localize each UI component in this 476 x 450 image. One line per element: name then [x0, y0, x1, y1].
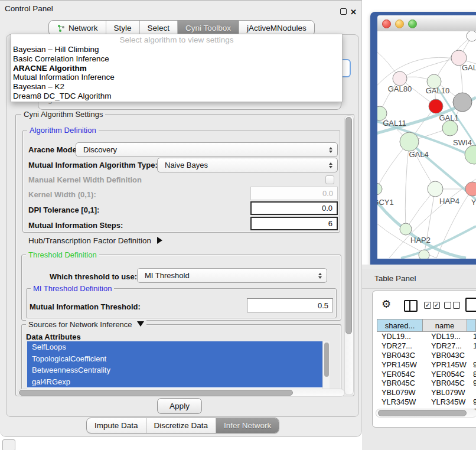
column-header-shared[interactable]: shared... [377, 319, 423, 332]
sources-toggle[interactable]: Sources for Network Inference [26, 320, 146, 329]
deselect-all-icon[interactable] [453, 302, 460, 309]
apply-button[interactable]: Apply [157, 398, 202, 414]
cell-shared[interactable]: YER054C [377, 370, 426, 379]
cell-shared[interactable]: YPR145W [377, 360, 426, 369]
mi-steps-input[interactable]: 6 [250, 217, 338, 230]
cell-name[interactable]: YBL079W [426, 388, 470, 397]
cell-name[interactable]: YBR043C [426, 351, 470, 360]
split-columns-icon[interactable] [404, 300, 418, 312]
table-header-row: shared... name [377, 319, 476, 332]
list-item[interactable]: BetweennessCentrality [27, 364, 330, 376]
select-all-icon[interactable]: ✓ [433, 302, 440, 309]
aracne-mode-select[interactable]: Discovery [76, 142, 338, 157]
node-label: HAP4 [439, 197, 459, 206]
tab-discretize-data[interactable]: Discretize Data [146, 418, 216, 433]
algorithm-option[interactable]: Bayesian – Hill Climbing [11, 45, 342, 54]
network-node-gray[interactable] [453, 93, 472, 112]
close-panel-icon[interactable]: ✕ [350, 4, 357, 21]
network-node-swi4[interactable] [465, 145, 476, 164]
node-label: GAL10 [426, 86, 449, 95]
close-window-icon[interactable] [382, 19, 391, 28]
cell-name[interactable]: YDL19... [426, 332, 470, 341]
mi-algorithm-type-label: Mutual Information Algorithm Type: [28, 161, 158, 169]
table-row[interactable]: YBL079WYBL079W [377, 388, 476, 397]
spinner-arrows-icon [329, 162, 332, 168]
minimize-window-icon[interactable] [395, 19, 404, 28]
table-row[interactable]: YLR345WYLR345W9. [377, 397, 476, 407]
tab-impute-data[interactable]: Impute Data [87, 418, 146, 433]
settings-vscroll-thumb[interactable] [345, 117, 352, 334]
cell-shared[interactable]: YBL079W [377, 388, 426, 397]
export-table-icon[interactable] [465, 298, 476, 312]
algorithm-option-selected[interactable]: ARACNE Algorithm [11, 64, 342, 73]
network-node[interactable] [467, 31, 476, 41]
table-row[interactable]: YPR145WYPR145W9. [377, 360, 476, 369]
network-node-selected[interactable] [429, 99, 443, 113]
cell-name[interactable]: YPR145W [426, 360, 470, 369]
node-label: GAL4 [409, 150, 428, 159]
collapse-panel-button[interactable] [2, 439, 15, 450]
mi-threshold-input[interactable]: 0.5 [247, 298, 333, 312]
network-node-gal1[interactable] [442, 120, 458, 136]
cell-value[interactable]: 9. [470, 397, 476, 406]
float-panel-icon[interactable] [340, 8, 347, 15]
table-row[interactable]: YDL19...YDL19...13 [377, 332, 476, 341]
cell-shared[interactable]: YLR345W [377, 397, 426, 406]
aracne-mode-label: Aracne Mode: [28, 145, 79, 154]
network-canvas[interactable]: GAL GAL80 GAL10 GAL1 GAL11 SWI4 GAL4 GCY… [377, 31, 476, 259]
column-header[interactable] [467, 319, 476, 332]
network-node[interactable] [419, 250, 429, 259]
cell-shared[interactable]: YBR043C [377, 351, 426, 360]
cell-name[interactable]: YBR045C [426, 379, 470, 387]
cell-value[interactable]: 9. [470, 360, 476, 369]
expand-right-icon [157, 237, 162, 244]
mi-algorithm-type-select[interactable]: Naive Bayes [157, 158, 338, 172]
list-item[interactable]: SelfLoops [27, 341, 330, 353]
network-node-gal80[interactable] [393, 71, 407, 86]
table-hscroll-thumb[interactable] [378, 410, 467, 416]
node-label: Y [471, 198, 476, 207]
cell-shared[interactable]: YDR27... [377, 341, 426, 350]
table-row[interactable]: YBR045CYBR045C9. [377, 379, 476, 388]
deselect-all-icon[interactable] [444, 302, 451, 309]
scrollbar-thumb[interactable] [324, 343, 329, 377]
table-panel-title: Table Panel [374, 269, 416, 288]
algorithm-option[interactable]: Mutual Information Inference [11, 73, 342, 82]
algorithm-option[interactable]: Dream8 DC_TDC Algorithm [11, 92, 342, 101]
which-threshold-select[interactable]: MI Threshold [137, 268, 327, 283]
network-node-gcy1[interactable] [377, 183, 382, 195]
cell-shared[interactable]: YBR045C [377, 379, 426, 387]
network-node-gal4[interactable] [400, 132, 419, 151]
cell-name[interactable]: YLR345W [426, 397, 470, 406]
column-header-name[interactable]: name [423, 319, 467, 332]
list-item[interactable]: gal4RGexp [27, 376, 330, 388]
cell-value[interactable]: 12 [470, 341, 476, 350]
table-row[interactable]: YER054CYER054C8. [377, 369, 476, 379]
cell-value[interactable]: 8. [470, 370, 476, 379]
cell-name[interactable]: YER054C [426, 370, 470, 379]
cell-value[interactable]: 9. [470, 379, 476, 387]
algorithm-option[interactable]: Bayesian – K2 [11, 82, 342, 92]
manual-kernel-width-checkbox[interactable] [325, 175, 334, 184]
algorithm-option[interactable]: Basic Correlation Inference [11, 54, 342, 64]
network-node-salmon[interactable] [465, 182, 476, 196]
cell-name[interactable]: YDR27... [426, 341, 470, 350]
network-node-hap4[interactable] [428, 181, 443, 197]
tab-infer-network[interactable]: Infer Network [216, 418, 279, 433]
table-row[interactable]: YBR043CYBR043C [377, 351, 476, 360]
network-node-hap2[interactable] [400, 223, 412, 235]
zoom-window-icon[interactable] [408, 19, 417, 28]
table-row[interactable]: YDR27...YDR27...12 [377, 341, 476, 351]
list-vertical-scrollbar[interactable] [322, 341, 330, 389]
threshold-definition-title: Threshold Definition [26, 250, 99, 259]
list-item[interactable]: TopologicalCoefficient [27, 353, 330, 365]
hub-definition-toggle[interactable]: Hub/Transcription Factor Definition [28, 236, 162, 245]
network-window-titlebar[interactable] [377, 15, 476, 32]
dpi-tolerance-input[interactable]: 0.0 [250, 201, 338, 215]
select-all-icon[interactable]: ✓ [424, 302, 431, 309]
cell-value[interactable]: 13 [470, 332, 476, 341]
kernel-width-input[interactable]: 0.0 [250, 187, 338, 200]
settings-hscroll-thumb[interactable] [19, 390, 293, 396]
cell-shared[interactable]: YDL19... [377, 332, 426, 341]
gear-icon[interactable]: ⚙ [382, 298, 391, 311]
